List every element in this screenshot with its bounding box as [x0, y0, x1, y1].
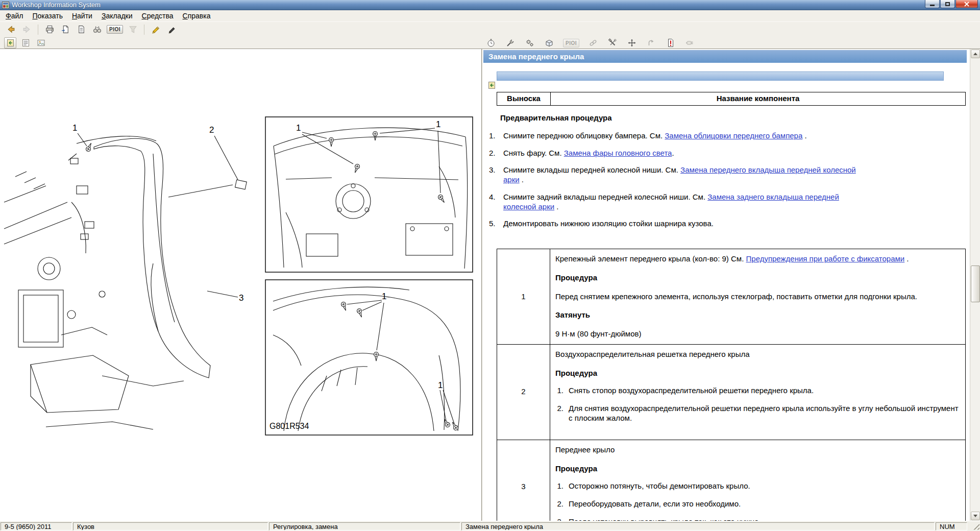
pioi-label: PIOI	[107, 25, 123, 34]
menu-view[interactable]: Показать	[28, 11, 67, 21]
list-view-icon	[21, 39, 30, 47]
app-icon	[2, 2, 9, 9]
table-row: 1 Крепежный элемент переднего крыла (кол…	[497, 249, 966, 345]
tools-button[interactable]	[606, 37, 619, 49]
chain-link-icon	[589, 38, 598, 47]
menu-find[interactable]: Найти	[67, 11, 97, 21]
table-row: 2 Воздухораспределительная решетка перед…	[497, 344, 966, 440]
row-intro: Переднее крыло	[555, 445, 960, 455]
procedure-heading: Процедура	[555, 273, 960, 283]
procedure-step: 1. Осторожно потянуть, чтобы демонтирова…	[555, 481, 960, 491]
ref-link-fasteners[interactable]: Предупреждения при работе с фиксаторами	[746, 254, 905, 263]
ref-link-headlamp[interactable]: Замена фары головного света	[564, 149, 672, 157]
move-button[interactable]	[626, 37, 638, 49]
bulletin-button[interactable]	[665, 37, 677, 49]
export-document-button[interactable]	[59, 23, 72, 36]
vertical-scrollbar[interactable]	[970, 49, 980, 521]
toolbar-separator	[144, 25, 144, 35]
main-toolbar: PIOI	[0, 21, 980, 37]
connector-plug-icon	[685, 38, 695, 47]
menu-tools[interactable]: Средства	[137, 11, 178, 21]
ref-link-bumper[interactable]: Замена облицовки переднего бампера	[665, 131, 802, 140]
minimize-button[interactable]	[925, 0, 940, 8]
highlighter-button[interactable]	[149, 23, 162, 36]
inset-top-view: 1 1	[265, 117, 473, 272]
table-row: 3 Переднее крыло Процедура 1. Осторожно …	[497, 440, 966, 521]
printer-icon	[45, 25, 55, 34]
bulletin-warning-icon	[666, 38, 675, 47]
wrench-icon	[506, 38, 515, 47]
section-bar	[497, 71, 944, 81]
document-list-button[interactable]	[75, 23, 88, 36]
connector-button[interactable]	[684, 37, 696, 49]
move-cross-icon	[627, 38, 636, 47]
document-panel: Замена переднего крыла Выноска Название …	[482, 49, 970, 521]
window-title: Workshop Information System	[12, 1, 101, 9]
link-button[interactable]	[587, 37, 599, 49]
bookmark-icon[interactable]	[487, 81, 496, 89]
maximize-icon	[945, 2, 950, 6]
search-button[interactable]	[90, 23, 104, 36]
window-titlebar[interactable]: Workshop Information System	[0, 0, 980, 10]
prelim-step: 4. Снимите задний вкладыш передней колес…	[489, 192, 956, 212]
pioi-button[interactable]: PIOI	[106, 23, 124, 36]
gears-icon	[525, 38, 534, 47]
procedure-heading: Процедура	[555, 464, 960, 474]
document-page-icon	[6, 39, 15, 47]
inset1-callout-right: 1	[436, 119, 440, 129]
prelim-step: 1. Снимите переднюю облицовку бампера. С…	[489, 131, 956, 141]
menu-file[interactable]: Файл	[1, 11, 28, 21]
filter-button[interactable]	[126, 23, 139, 36]
menu-bookmarks[interactable]: Закладки	[97, 11, 137, 21]
maximize-button[interactable]	[940, 0, 955, 8]
procedure-step: 3. После установки выровнять крыло так, …	[555, 517, 960, 521]
tools-icon	[608, 38, 617, 47]
row-intro: Крепежный элемент переднего крыла (кол-в…	[555, 254, 960, 264]
callout-1: 1	[72, 123, 77, 133]
close-button[interactable]	[955, 0, 978, 8]
graphics-view-button[interactable]	[35, 37, 47, 49]
text-view-button[interactable]	[19, 37, 32, 49]
header-component-col: Название компонента	[551, 92, 965, 105]
row-callout: 3	[497, 440, 550, 521]
callout-2: 2	[209, 125, 214, 135]
pen-icon	[167, 25, 177, 34]
service-info-button[interactable]	[504, 37, 517, 49]
settings-button[interactable]	[524, 37, 536, 49]
stopwatch-icon	[486, 38, 496, 47]
menubar: Файл Показать Найти Закладки Средства Сп…	[0, 10, 980, 21]
sub-toolbar: PIOI	[0, 37, 980, 49]
procedure-step: 2. Переоборудовать детали, если это необ…	[555, 499, 960, 509]
menu-help[interactable]: Справка	[178, 11, 215, 21]
forward-button[interactable]	[20, 23, 33, 36]
forward-arrow-icon	[22, 25, 32, 34]
inset1-callout-left: 1	[296, 123, 301, 133]
annotate-button[interactable]	[165, 23, 178, 36]
parts-button[interactable]	[543, 37, 555, 49]
scroll-down-icon	[973, 515, 977, 519]
print-button[interactable]	[43, 23, 56, 36]
row-callout: 1	[497, 249, 550, 345]
document-export-icon	[61, 25, 70, 34]
pioi2-button[interactable]: PIOI	[562, 37, 580, 49]
back-button[interactable]	[4, 23, 17, 36]
component-table: 1 Крепежный элемент переднего крыла (кол…	[497, 249, 966, 521]
resize-grip[interactable]	[972, 523, 979, 530]
document-view-button[interactable]	[4, 37, 16, 49]
tighten-value: 9 Н·м (80 фунт-дюймов)	[555, 329, 960, 339]
toolbar-separator	[38, 25, 38, 35]
header-callout-col: Выноска	[497, 92, 551, 105]
labor-time-button[interactable]	[485, 37, 497, 49]
callout-3: 3	[239, 293, 243, 303]
document-title: Замена переднего крыла	[488, 52, 584, 61]
scrollbar-thumb[interactable]	[971, 266, 980, 302]
document-title-bar: Замена переднего крыла	[483, 50, 967, 63]
component-table-header: Выноска Название компонента	[497, 92, 966, 106]
scroll-down-button[interactable]	[971, 512, 980, 520]
prelim-step: 5. Демонтировать нижнюю изоляцию стойки …	[489, 219, 956, 229]
scroll-up-icon	[973, 51, 977, 55]
navigate-up-button[interactable]	[645, 37, 657, 49]
procedure-text: Перед снятием крепежного элемента, испол…	[555, 292, 960, 302]
scroll-up-button[interactable]	[971, 50, 980, 58]
parts-box-icon	[545, 38, 554, 47]
